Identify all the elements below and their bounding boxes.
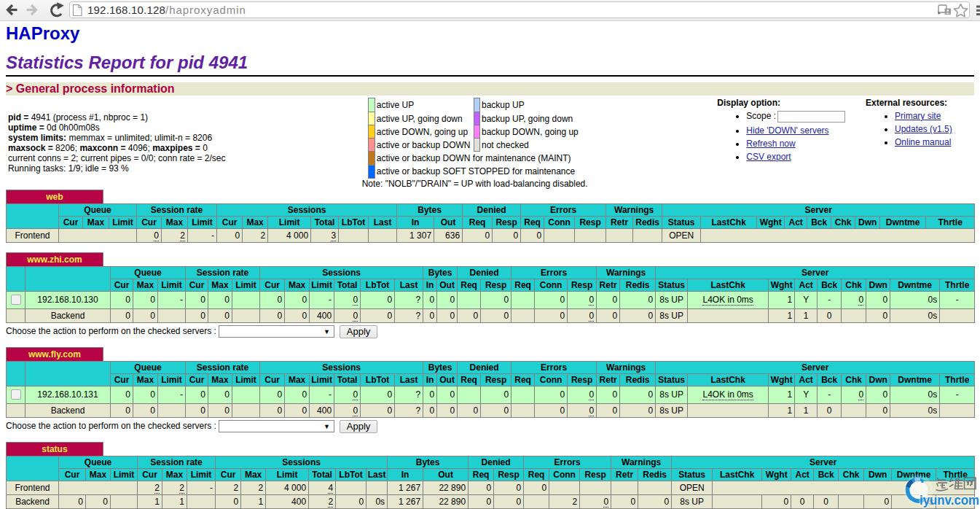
svg-text:iyunv.com: iyunv.com [920, 492, 979, 508]
